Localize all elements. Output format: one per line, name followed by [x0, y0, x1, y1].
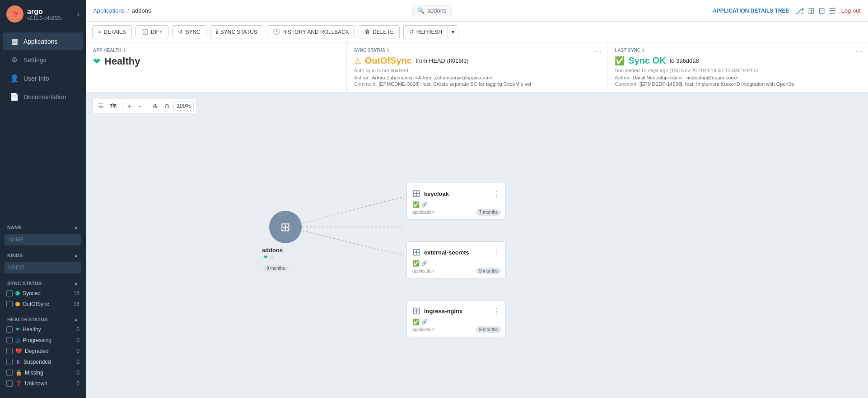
- canvas-zoom-level: 100%: [173, 102, 194, 111]
- ingress-nginx-node[interactable]: ⊞ ingress-nginx ⋮ ✅ 🔗 application 9 mont…: [406, 300, 506, 337]
- logout-button[interactable]: Log out: [841, 7, 861, 14]
- sync-status-button[interactable]: ℹ SYNC STATUS: [210, 25, 263, 38]
- sync-author-row: Author: Artem Zahumonnyi <Artem_Zahumonn…: [354, 75, 600, 80]
- delete-button[interactable]: 🗑 DELETE: [359, 25, 400, 38]
- keycloak-title: keycloak: [424, 190, 489, 197]
- health-status-filter-section: HEALTH STATUS ▲ ❤ Healthy 0 ◎ Progressin…: [5, 315, 81, 389]
- outofsync-checkbox[interactable]: [6, 301, 13, 307]
- ingress-nginx-menu-btn[interactable]: ⋮: [493, 307, 500, 315]
- keycloak-link-badge[interactable]: 🔗: [421, 202, 428, 208]
- canvas-zoom-in-btn[interactable]: +: [125, 101, 134, 111]
- sidebar-filters: NAME ▲ KINDS ▲ SYNC STATUS ▲ Synced 15: [0, 219, 86, 398]
- sidebar-collapse-button[interactable]: ‹: [77, 10, 79, 18]
- ingress-nginx-node-icon: ⊞: [412, 305, 420, 317]
- out-of-sync-icon: ⚠: [354, 56, 361, 66]
- kinds-filter-input[interactable]: [5, 262, 81, 273]
- missing-checkbox[interactable]: [6, 370, 13, 376]
- health-filter-suspended[interactable]: ⏸ Suspended 0: [5, 356, 81, 367]
- missing-label: Missing: [25, 370, 74, 376]
- sync-filter-outofsync[interactable]: OutOfSync 16: [5, 299, 81, 310]
- canvas-area[interactable]: ☰ 🗺 + − ⊕ ⊙ 100% ⊞ addons ❤ ⚠ 9 mo: [86, 93, 868, 398]
- sync-status-icon: ℹ: [216, 28, 218, 35]
- synced-label: Synced: [23, 290, 71, 296]
- sidebar-item-documentation[interactable]: 📄 Documentation: [3, 88, 83, 106]
- logo-version: v2.11.5+c4b283c: [27, 16, 61, 21]
- external-secrets-node-icon: ⊞: [412, 246, 420, 258]
- suspended-checkbox[interactable]: [6, 359, 13, 365]
- diff-button[interactable]: 📋 DIFF: [135, 25, 169, 38]
- external-secrets-menu-btn[interactable]: ⋮: [493, 248, 500, 257]
- sidebar-item-user-info[interactable]: 👤 User Info: [3, 69, 83, 87]
- sync-status-collapse-icon: ▲: [74, 281, 79, 286]
- keycloak-menu-btn[interactable]: ⋮: [493, 190, 500, 198]
- refresh-label: REFRESH: [416, 29, 442, 35]
- refresh-dropdown-button[interactable]: ▾: [448, 25, 458, 38]
- keycloak-node[interactable]: ⊞ keycloak ⋮ ✅ 🔗 application 7 months: [406, 183, 506, 220]
- canvas-zoom-out-btn[interactable]: −: [135, 101, 144, 111]
- canvas-zoom-actual-btn[interactable]: ⊙: [162, 101, 173, 111]
- ingress-nginx-title: ingress-nginx: [424, 308, 489, 315]
- sync-status-more-btn[interactable]: ⋯: [594, 47, 602, 56]
- health-filter-degraded[interactable]: 💔 Degraded 0: [5, 346, 81, 356]
- history-rollback-button[interactable]: 🕐 HISTORY AND ROLLBACK: [267, 25, 355, 38]
- search-text: addons: [427, 7, 447, 14]
- health-status-filter-title[interactable]: HEALTH STATUS ▲: [5, 315, 81, 324]
- sidebar-item-applications[interactable]: ▦ Applications: [3, 32, 83, 50]
- refresh-button[interactable]: ↺ REFRESH: [403, 25, 448, 38]
- sync-status-filter-title[interactable]: SYNC STATUS ▲: [5, 279, 81, 288]
- hierarchy-view-icon[interactable]: ⎇: [795, 6, 804, 16]
- missing-icon: 🔒: [15, 370, 22, 376]
- sidebar-item-settings[interactable]: ⚙ Settings: [3, 51, 83, 69]
- root-health-badge: ❤: [263, 254, 268, 260]
- sidebar-item-label: Documentation: [23, 93, 66, 101]
- degraded-checkbox[interactable]: [6, 348, 13, 354]
- name-filter-section: NAME ▲: [5, 223, 81, 245]
- root-node-menu-btn[interactable]: ⋮: [304, 224, 311, 233]
- degraded-icon: 💔: [15, 348, 22, 354]
- synced-dot: [15, 291, 20, 296]
- grid-view-icon[interactable]: ⊞: [808, 6, 815, 16]
- unknown-label: Unknown: [25, 380, 74, 387]
- unknown-checkbox[interactable]: [6, 380, 13, 387]
- degraded-count: 0: [76, 348, 79, 354]
- external-secrets-badges: ✅ 🔗: [412, 260, 500, 267]
- keycloak-card-header: ⊞ keycloak ⋮: [412, 188, 500, 199]
- details-button[interactable]: ≡ DETAILS: [92, 25, 132, 38]
- health-filter-healthy[interactable]: ❤ Healthy 0: [5, 324, 81, 335]
- sync-filter-synced[interactable]: Synced 15: [5, 288, 81, 299]
- root-sync-badge: ⚠: [270, 254, 275, 260]
- root-node[interactable]: ⊞: [269, 211, 302, 243]
- canvas-map-view-btn[interactable]: 🗺: [107, 101, 119, 111]
- last-sync-more-btn[interactable]: ⋯: [855, 47, 863, 56]
- network-view-icon[interactable]: ⊟: [818, 6, 825, 16]
- name-filter-input[interactable]: [5, 234, 81, 245]
- app-details-tree-link[interactable]: APPLICATION DETAILS TREE: [713, 8, 789, 14]
- topbar-view-icons: ⎇ ⊞ ⊟ ☰: [795, 6, 836, 16]
- last-sync-panel: LAST SYNC ℹ ⋯ ✅ Sync OK to 3a6dda8 Succe…: [607, 42, 868, 92]
- healthy-icon: ❤: [15, 326, 20, 333]
- healthy-checkbox[interactable]: [6, 326, 13, 333]
- external-secrets-node[interactable]: ⊞ external-secrets ⋮ ✅ 🔗 application 9 m…: [406, 241, 506, 278]
- name-filter-title[interactable]: NAME ▲: [5, 223, 81, 232]
- ingress-nginx-link-badge[interactable]: 🔗: [421, 319, 428, 325]
- healthy-count: 0: [76, 326, 79, 333]
- sync-status-title: SYNC STATUS ℹ: [354, 48, 600, 53]
- history-icon: 🕐: [273, 28, 280, 35]
- sync-button[interactable]: ↺ SYNC: [172, 25, 206, 38]
- health-filter-unknown[interactable]: ❓ Unknown 0: [5, 378, 81, 389]
- outofsync-dot: [15, 302, 20, 306]
- main-content: Applications / addons 🔍 addons APPLICATI…: [86, 0, 868, 398]
- canvas-list-view-btn[interactable]: ☰: [95, 101, 107, 111]
- canvas-zoom-fit-btn[interactable]: ⊕: [150, 101, 161, 111]
- sync-author-key: Author:: [354, 75, 370, 80]
- sync-status-filter-section: SYNC STATUS ▲ Synced 15 OutOfSync 16: [5, 279, 81, 310]
- logo-name: argo: [27, 8, 61, 16]
- health-filter-missing[interactable]: 🔒 Missing 0: [5, 367, 81, 378]
- breadcrumb-parent[interactable]: Applications: [93, 7, 125, 14]
- external-secrets-link-badge[interactable]: 🔗: [421, 260, 428, 266]
- progressing-checkbox[interactable]: [6, 337, 13, 343]
- health-filter-progressing[interactable]: ◎ Progressing 0: [5, 335, 81, 346]
- kinds-filter-title[interactable]: KINDS ▲: [5, 251, 81, 260]
- list-view-icon[interactable]: ☰: [829, 6, 836, 16]
- synced-checkbox[interactable]: [6, 290, 13, 296]
